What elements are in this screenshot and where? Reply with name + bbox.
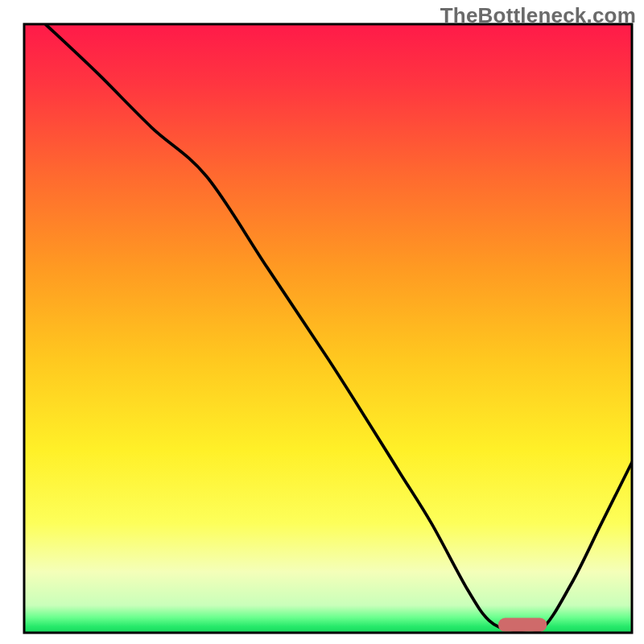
watermark-text: TheBottleneck.com — [440, 3, 636, 28]
chart-container: TheBottleneck.com — [0, 0, 644, 644]
gradient-background — [24, 24, 632, 633]
optimal-marker — [498, 617, 547, 631]
bottleneck-chart — [0, 0, 644, 644]
